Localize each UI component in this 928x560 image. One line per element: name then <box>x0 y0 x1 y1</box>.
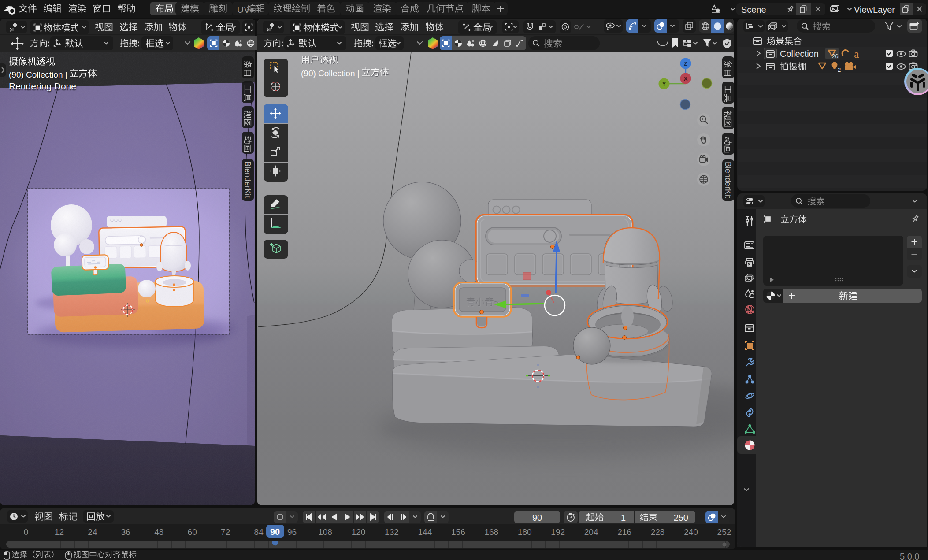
svg-text:X: X <box>684 75 688 82</box>
svg-text:2: 2 <box>838 67 841 72</box>
svg-text:Z: Z <box>684 60 687 67</box>
svg-text:Y: Y <box>662 81 666 87</box>
